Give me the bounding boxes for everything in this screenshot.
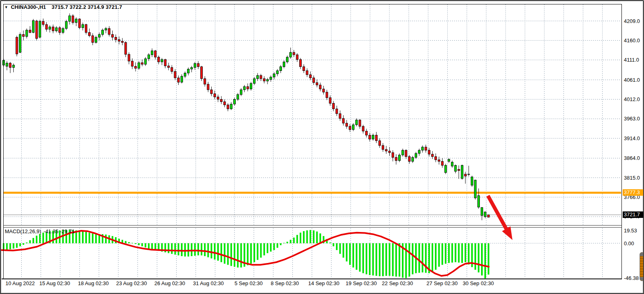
candle-body: [95, 37, 97, 42]
candle-body: [197, 64, 199, 67]
candle-body: [435, 157, 437, 160]
macd-bar: [13, 243, 14, 248]
macd-bar: [319, 234, 321, 243]
candle: [435, 153, 437, 162]
candle-body: [405, 150, 407, 157]
candle-body: [441, 161, 443, 166]
candle-body: [267, 79, 269, 81]
macd-bar: [346, 243, 348, 261]
macd-bar: [270, 243, 272, 252]
candle-body: [346, 123, 348, 126]
macd-bar: [481, 243, 483, 275]
time-axis: 10 Aug 202215 Aug 02:3018 Aug 02:3023 Au…: [5, 280, 494, 286]
macd-bar: [442, 243, 443, 265]
candle: [204, 76, 206, 87]
candle: [72, 14, 74, 25]
candle-body: [88, 33, 91, 36]
candle-body: [82, 25, 84, 28]
candle: [276, 69, 278, 77]
candle-body: [92, 36, 94, 43]
scrollbar-thumb[interactable]: [640, 252, 644, 281]
candle: [105, 27, 107, 33]
candle: [306, 68, 308, 77]
symbol-dropdown-icon[interactable]: ▼: [4, 5, 8, 9]
macd-bar: [356, 243, 357, 270]
candle: [138, 61, 140, 70]
candle: [313, 75, 315, 85]
candlesticks: [3, 13, 490, 220]
chart-canvas[interactable]: 4209.04160.04111.04061.04012.03963.03914…: [1, 1, 644, 294]
macd-bar: [412, 243, 414, 274]
macd-bar: [352, 243, 354, 267]
candle-body: [75, 19, 77, 23]
macd-bar: [392, 243, 394, 276]
candle-body: [276, 70, 278, 74]
macd-bar: [409, 243, 410, 277]
macd-bar: [240, 243, 242, 267]
candle-body: [247, 87, 249, 89]
candle-body: [323, 89, 325, 92]
candle: [98, 33, 100, 41]
candle-body: [356, 120, 358, 125]
candle-body: [352, 125, 354, 130]
scrollbar-cap-top: [640, 253, 644, 256]
candle-body: [191, 68, 193, 69]
macd-bar: [184, 243, 186, 257]
macd-bar: [422, 243, 423, 272]
candle: [329, 95, 331, 106]
candle-body: [432, 154, 434, 157]
macd-bar: [369, 243, 370, 275]
candle: [362, 125, 364, 134]
time-axis-label: 30 Sep 02:30: [463, 280, 494, 286]
macd-bar: [277, 243, 278, 248]
candle: [422, 145, 424, 153]
candle-body: [448, 159, 450, 161]
candle: [161, 58, 163, 65]
trend-arrow-annotation[interactable]: [488, 196, 512, 240]
candle-body: [379, 141, 381, 145]
candle-body: [19, 35, 21, 52]
candle-body: [144, 59, 146, 64]
candle: [102, 29, 104, 37]
candle: [455, 165, 457, 174]
macd-bar: [227, 243, 229, 265]
candle: [349, 124, 351, 132]
candle: [425, 145, 427, 153]
candle-body: [425, 147, 427, 150]
candle-body: [121, 41, 123, 42]
symbol-timeframe-label: CHINA300-,H1: [11, 4, 46, 10]
macd-bar: [19, 243, 21, 246]
candle: [234, 98, 236, 106]
time-axis-label: 10 Aug 2022: [5, 280, 35, 286]
candle: [214, 91, 216, 99]
macd-bar: [425, 243, 427, 273]
candle: [399, 153, 401, 162]
candle-body: [372, 135, 374, 139]
candle-body: [207, 84, 209, 90]
candle-body: [359, 120, 361, 126]
candle-body: [23, 35, 25, 37]
candle-body: [29, 30, 31, 33]
macd-bar: [125, 241, 126, 243]
candle-body: [52, 27, 54, 31]
candle-body: [85, 25, 87, 33]
candle: [164, 59, 166, 68]
candle: [65, 20, 67, 30]
candle-body: [488, 215, 490, 217]
candle: [441, 158, 443, 168]
candle-body: [108, 29, 110, 35]
candle: [62, 27, 64, 34]
orange-line-price-label: 3777.3: [623, 189, 644, 196]
candle-body: [12, 65, 14, 68]
candle-body: [72, 16, 74, 23]
candle: [45, 22, 47, 32]
macd-bar: [194, 243, 196, 256]
candle-body: [78, 19, 80, 28]
candle-body: [392, 153, 394, 157]
macd-bar: [283, 243, 285, 243]
candle-body: [389, 151, 391, 153]
macd-bar: [128, 242, 130, 243]
price-axis-label: 3864.0: [624, 155, 640, 161]
candle-body: [168, 66, 170, 68]
macd-scale-label: 19.53: [624, 228, 637, 234]
